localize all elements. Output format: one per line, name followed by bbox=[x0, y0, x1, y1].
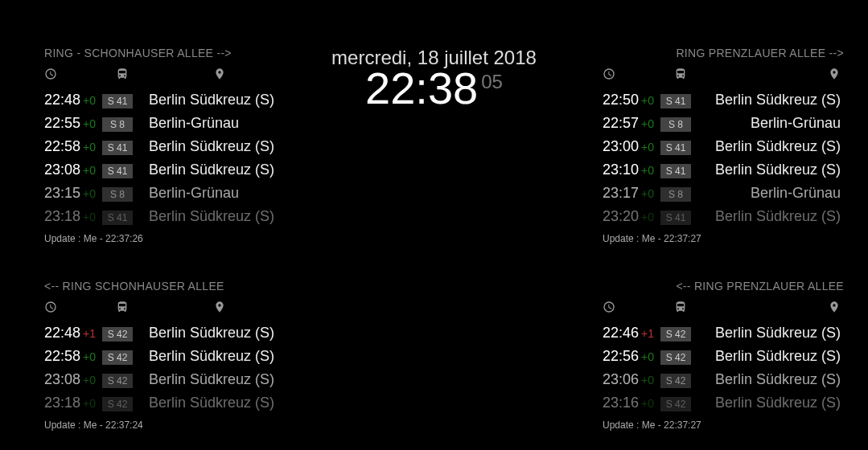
line-badge: S 42 bbox=[102, 325, 138, 342]
destination: Berlin Südkreuz (S) bbox=[138, 92, 286, 108]
panel-header bbox=[44, 301, 286, 317]
destination: Berlin Südkreuz (S) bbox=[138, 395, 286, 411]
bus-icon bbox=[660, 301, 701, 317]
update-time: Update : Me - 22:37:24 bbox=[44, 419, 286, 431]
line-badge: S 8 bbox=[102, 115, 138, 132]
line-badge: S 41 bbox=[660, 162, 696, 178]
panel-title: RING - SCHONHAUSER ALLEE --> bbox=[44, 47, 286, 59]
line-badge: S 41 bbox=[102, 92, 138, 108]
destination: Berlin Südkreuz (S) bbox=[138, 348, 286, 365]
departure-delay: +0 bbox=[83, 350, 102, 363]
departure-time: 23:18 bbox=[44, 395, 83, 411]
line-badge: S 42 bbox=[660, 395, 696, 411]
line-badge: S 8 bbox=[660, 185, 696, 202]
line-badge: S 42 bbox=[102, 348, 138, 365]
line-badge: S 41 bbox=[660, 138, 696, 155]
line-badge: S 42 bbox=[660, 371, 696, 388]
destination: Berlin Südkreuz (S) bbox=[138, 208, 286, 225]
departure-panel: <-- RING PRENZLAUER ALLEE22:46+1S 42Berl… bbox=[603, 280, 844, 431]
departure-time: 23:06 bbox=[603, 371, 641, 388]
departure-row: 22:50+0S 41Berlin Südkreuz (S) bbox=[603, 88, 844, 112]
departure-row: 23:08+0S 41Berlin Südkreuz (S) bbox=[44, 158, 286, 182]
line-badge: S 41 bbox=[102, 138, 138, 155]
destination: Berlin Südkreuz (S) bbox=[696, 371, 844, 388]
departure-time: 22:55 bbox=[44, 115, 83, 132]
departure-delay: +0 bbox=[641, 94, 660, 107]
departure-delay: +0 bbox=[641, 397, 660, 410]
departure-delay: +0 bbox=[641, 374, 660, 387]
departure-row: 22:48+0S 41Berlin Südkreuz (S) bbox=[44, 88, 286, 112]
line-badge: S 41 bbox=[102, 208, 138, 225]
departure-time: 23:18 bbox=[44, 208, 83, 225]
line-badge: S 42 bbox=[102, 395, 138, 411]
departure-panel: <-- RING SCHONHAUSER ALLEE22:48+1S 42Ber… bbox=[44, 280, 286, 431]
panel-title: <-- RING SCHONHAUSER ALLEE bbox=[44, 280, 286, 292]
line-badge: S 41 bbox=[660, 92, 696, 108]
destination: Berlin-Grünau bbox=[138, 115, 286, 132]
panel-header bbox=[603, 68, 844, 84]
departure-row: 22:48+1S 42Berlin Südkreuz (S) bbox=[44, 321, 286, 345]
pin-icon bbox=[701, 68, 844, 84]
destination: Berlin Südkreuz (S) bbox=[696, 92, 844, 108]
clock-icon bbox=[603, 301, 660, 317]
clock-icon bbox=[44, 68, 102, 84]
line-badge: S 41 bbox=[660, 208, 696, 225]
destination: Berlin Südkreuz (S) bbox=[696, 208, 844, 225]
line-badge: S 42 bbox=[660, 348, 696, 365]
bus-icon bbox=[102, 68, 142, 84]
update-time: Update : Me - 22:37:27 bbox=[603, 419, 844, 431]
departure-row: 23:16+0S 42Berlin Südkreuz (S) bbox=[603, 391, 844, 415]
panel-title: RING PRENZLAUER ALLEE --> bbox=[603, 47, 844, 59]
departure-time: 22:56 bbox=[603, 348, 641, 365]
departure-time: 22:50 bbox=[603, 92, 641, 108]
departure-time: 23:15 bbox=[44, 185, 83, 202]
destination: Berlin Südkreuz (S) bbox=[696, 162, 844, 178]
departure-row: 23:06+0S 42Berlin Südkreuz (S) bbox=[603, 368, 844, 391]
destination: Berlin Südkreuz (S) bbox=[138, 325, 286, 342]
departure-time: 23:10 bbox=[603, 162, 641, 178]
departure-delay: +0 bbox=[641, 187, 660, 200]
departure-time: 22:48 bbox=[44, 325, 83, 342]
departure-delay: +0 bbox=[641, 350, 660, 363]
departure-delay: +0 bbox=[641, 117, 660, 130]
update-time: Update : Me - 22:37:26 bbox=[44, 233, 286, 244]
departure-panel: RING - SCHONHAUSER ALLEE -->22:48+0S 41B… bbox=[44, 47, 286, 244]
line-badge: S 8 bbox=[102, 185, 138, 202]
departure-delay: +0 bbox=[641, 211, 660, 223]
departure-delay: +0 bbox=[83, 164, 102, 177]
departure-time: 22:58 bbox=[44, 138, 83, 155]
departure-row: 23:10+0S 41Berlin Südkreuz (S) bbox=[603, 158, 844, 182]
destination: Berlin Südkreuz (S) bbox=[696, 138, 844, 155]
departure-delay: +0 bbox=[641, 164, 660, 177]
departure-row: 23:17+0S 8Berlin-Grünau bbox=[603, 182, 844, 205]
departure-time: 23:17 bbox=[603, 185, 641, 202]
destination: Berlin-Grünau bbox=[696, 185, 844, 202]
departure-row: 22:56+0S 42Berlin Südkreuz (S) bbox=[603, 345, 844, 368]
line-badge: S 8 bbox=[660, 115, 696, 132]
destination: Berlin Südkreuz (S) bbox=[696, 348, 844, 365]
departure-panel: RING PRENZLAUER ALLEE -->22:50+0S 41Berl… bbox=[603, 47, 844, 244]
panel-header bbox=[44, 68, 286, 84]
destination: Berlin Südkreuz (S) bbox=[696, 395, 844, 411]
departure-row: 22:58+0S 41Berlin Südkreuz (S) bbox=[44, 135, 286, 158]
departure-time: 22:57 bbox=[603, 115, 641, 132]
departure-delay: +0 bbox=[83, 94, 102, 107]
destination: Berlin-Grünau bbox=[696, 115, 844, 132]
departure-time: 23:08 bbox=[44, 162, 83, 178]
bus-icon bbox=[102, 301, 142, 317]
departure-row: 23:20+0S 41Berlin Südkreuz (S) bbox=[603, 205, 844, 228]
bus-icon bbox=[660, 68, 701, 84]
departure-delay: +0 bbox=[83, 211, 102, 223]
clock-icon bbox=[44, 301, 102, 317]
time-hhmm: 22:38 bbox=[365, 63, 478, 113]
departure-delay: +0 bbox=[83, 117, 102, 130]
departure-delay: +0 bbox=[83, 397, 102, 410]
departure-delay: +1 bbox=[641, 327, 660, 340]
departure-row: 22:58+0S 42Berlin Südkreuz (S) bbox=[44, 345, 286, 368]
destination: Berlin Südkreuz (S) bbox=[138, 371, 286, 388]
departure-time: 23:00 bbox=[603, 138, 641, 155]
departure-time: 22:48 bbox=[44, 92, 83, 108]
departure-delay: +0 bbox=[83, 374, 102, 387]
pin-icon bbox=[142, 68, 286, 84]
departure-row: 23:08+0S 42Berlin Südkreuz (S) bbox=[44, 368, 286, 391]
